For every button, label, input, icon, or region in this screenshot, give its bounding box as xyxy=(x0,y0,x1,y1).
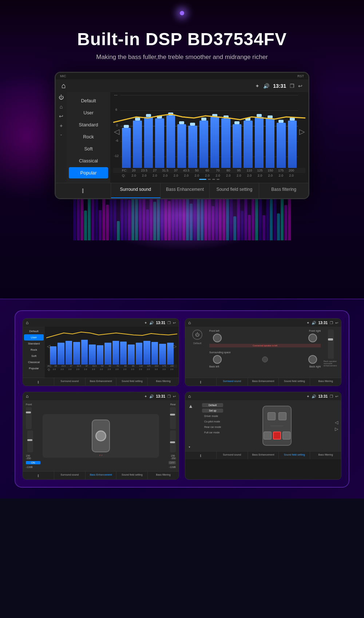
sidebar-item-rock[interactable]: Rock xyxy=(67,131,110,142)
home2-icon[interactable]: ⌂ xyxy=(60,104,63,110)
copilot-mode-sf[interactable]: Co-pilot mode xyxy=(202,420,223,424)
seat-rear-middle[interactable] xyxy=(273,432,281,440)
mini-tab-sf-sf[interactable]: Sound field setting xyxy=(279,452,310,459)
mini-back-surround[interactable]: ↩ xyxy=(335,321,338,325)
mini-tab-bass-eq[interactable]: Bass Enhancement xyxy=(86,378,117,386)
mini-eq-bar-1[interactable] xyxy=(58,343,64,365)
mini-tab-surround-bass[interactable]: Surround sound xyxy=(54,472,86,479)
front-slider2-bass[interactable] xyxy=(27,430,33,452)
mini-tab-sf-surround[interactable]: Sound field setting xyxy=(279,378,310,386)
mini-tab-icon-surround[interactable]: ⫿ xyxy=(185,378,217,386)
seat-rear-right[interactable] xyxy=(282,432,290,440)
seat-rear-left[interactable] xyxy=(264,432,272,440)
driver-mode-sf[interactable]: Driver mode xyxy=(202,414,223,418)
sidebar-item-user[interactable]: User xyxy=(67,107,110,118)
mini-eq-bar-13[interactable] xyxy=(151,342,158,365)
full-mode-sf[interactable]: Full car mode xyxy=(202,430,223,434)
off-btn-bass[interactable]: OFF xyxy=(169,461,176,464)
on-btn-bass[interactable]: ON xyxy=(26,461,40,464)
right-arrow-sf[interactable]: ▷ xyxy=(335,426,338,432)
mini-eq-bar-2[interactable] xyxy=(66,341,72,365)
volup-icon[interactable]: + xyxy=(60,123,63,129)
tab-sound-field[interactable]: Sound field setting xyxy=(210,183,259,198)
eq-nav-right-arrow[interactable]: ▷ xyxy=(299,127,305,136)
knob-back-left[interactable] xyxy=(213,355,222,364)
mini-copy-eq[interactable]: ❐ xyxy=(167,321,171,325)
mini-home-surround[interactable]: ⌂ xyxy=(188,320,191,325)
mini-back-eq[interactable]: ↩ xyxy=(173,321,176,325)
surround-slider[interactable] xyxy=(328,330,334,359)
mini-sidebar-item-rock[interactable]: Rock xyxy=(23,347,45,353)
mini-eq-bar-6[interactable] xyxy=(97,345,103,365)
tab-surround-sound[interactable]: Surround sound xyxy=(111,183,161,198)
sidebar-item-standard[interactable]: Standard xyxy=(67,119,110,130)
mini-tab-bass-bass[interactable]: Bass Enhancement xyxy=(86,472,117,479)
rear-mode-sf[interactable]: Rear car mode xyxy=(202,425,223,429)
mini-tab-bf-eq[interactable]: Bass filtering xyxy=(148,378,179,386)
mini-copy-sf[interactable]: ❐ xyxy=(330,394,333,398)
mini-eq-bar-0[interactable] xyxy=(50,346,56,365)
mini-eq-bar-8[interactable] xyxy=(112,341,119,365)
mini-home-sf[interactable]: ⌂ xyxy=(188,394,191,399)
mini-tab-bf-surround[interactable]: Bass filtering xyxy=(310,378,341,386)
mini-sidebar-item-default[interactable]: Default xyxy=(23,328,45,334)
voldn-icon[interactable]: - xyxy=(60,132,62,137)
mini-back-sf[interactable]: ↩ xyxy=(335,394,338,398)
mini-tab-icon-sf[interactable]: ⫿ xyxy=(185,452,217,459)
mini-home-bass[interactable]: ⌂ xyxy=(26,394,28,399)
sidebar-item-classical[interactable]: Classical xyxy=(67,155,110,166)
mini-eq-bar-5[interactable] xyxy=(89,345,95,365)
sidebar-item-popular[interactable]: Popular xyxy=(69,167,108,178)
sidebar-item-soft[interactable]: Soft xyxy=(67,143,110,154)
seat-front-left[interactable] xyxy=(268,412,276,420)
mini-home-eq[interactable]: ⌂ xyxy=(26,320,28,325)
mini-nav-right[interactable]: ▷ xyxy=(173,344,177,349)
back-icon[interactable]: ↩ xyxy=(298,83,302,89)
mini-eq-bar-11[interactable] xyxy=(136,343,142,365)
mini-sidebar-item-standard[interactable]: Standard xyxy=(23,341,45,347)
mini-nav-left[interactable]: ◁ xyxy=(47,344,50,349)
default-btn-sf[interactable]: Default xyxy=(202,403,223,407)
mini-tab-sf-bass[interactable]: Sound field setting xyxy=(116,472,148,479)
tab-bass-enhancement[interactable]: Bass Enhancement xyxy=(161,183,210,198)
mini-tab-sf-eq[interactable]: Sound field setting xyxy=(116,378,148,386)
mini-tab-surround-eq[interactable]: Surround sound xyxy=(54,378,86,386)
mini-tab-bass-surround[interactable]: Bass Enhancement xyxy=(248,378,279,386)
knob-front-left[interactable] xyxy=(213,334,222,342)
seat-front-right[interactable] xyxy=(278,412,286,420)
tab-eq-icon[interactable]: ⫿ xyxy=(56,183,111,198)
up-arrow-sf[interactable]: ▲ xyxy=(188,403,193,409)
mini-eq-bar-12[interactable] xyxy=(143,341,150,365)
mini-back-bass[interactable]: ↩ xyxy=(173,394,176,398)
mini-eq-bar-7[interactable] xyxy=(104,343,111,365)
mini-sidebar-item-classical[interactable]: Classical xyxy=(23,359,45,365)
mini-tab-surround-surround[interactable]: Surround sound xyxy=(217,378,248,386)
eq-nav-left-arrow[interactable]: ◁ xyxy=(114,127,119,136)
down-arrow-sf[interactable]: ▼ xyxy=(188,446,191,448)
tab-bass-filtering[interactable]: Bass filtering xyxy=(259,183,308,198)
mini-sidebar-item-popular[interactable]: Popular xyxy=(23,365,45,371)
power-btn-surround[interactable]: ⏻ xyxy=(192,330,202,340)
back2-icon[interactable]: ↩ xyxy=(59,113,63,119)
copy-icon[interactable]: ❐ xyxy=(290,83,294,89)
rear-slider2-bass[interactable] xyxy=(170,430,176,452)
setup-btn-sf[interactable]: Set up xyxy=(202,409,223,413)
mini-tab-surround-sf[interactable]: Surround sound xyxy=(217,452,248,459)
mini-tab-bf-bass[interactable]: Bass filtering xyxy=(148,472,179,479)
rear-slider-bass[interactable] xyxy=(170,407,176,429)
mini-tab-bass-sf[interactable]: Bass Enhancement xyxy=(248,452,279,459)
knob-back-right[interactable] xyxy=(308,355,317,364)
mini-eq-bar-15[interactable] xyxy=(167,343,174,365)
mini-tab-icon-bass[interactable]: ⫿ xyxy=(23,472,54,479)
mini-sidebar-item-soft[interactable]: Soft xyxy=(23,353,45,359)
knob-surrounding[interactable] xyxy=(262,357,268,362)
mini-eq-bar-4[interactable] xyxy=(81,340,88,365)
mini-tab-icon-eq[interactable]: ⫿ xyxy=(23,378,54,386)
knob-front-right[interactable] xyxy=(308,334,317,342)
left-arrow-sf[interactable]: ◁ xyxy=(335,420,338,425)
mini-eq-bar-3[interactable] xyxy=(73,342,80,365)
home-icon[interactable]: ⌂ xyxy=(62,82,66,90)
mini-sidebar-item-user[interactable]: User xyxy=(24,334,44,341)
front-slider-bass[interactable] xyxy=(26,407,32,429)
mini-copy-bass[interactable]: ❐ xyxy=(167,394,171,398)
